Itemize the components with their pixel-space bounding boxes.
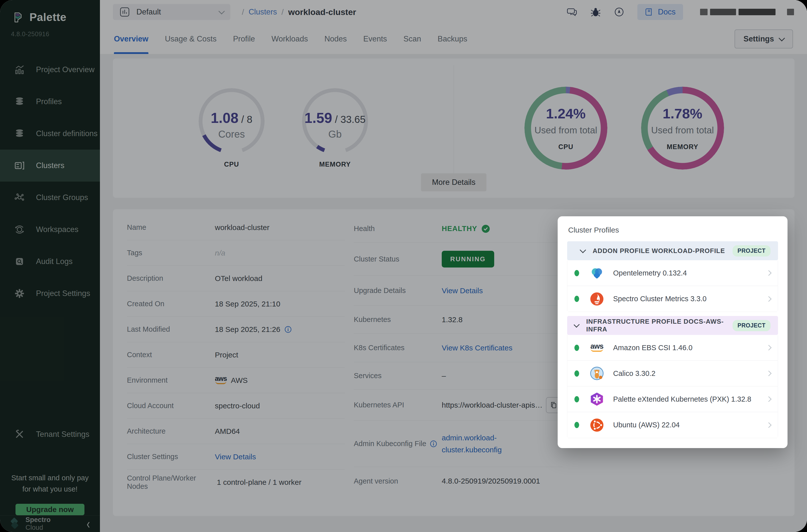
status-dot-icon [575, 396, 579, 402]
popup-title: Cluster Profiles [568, 226, 778, 234]
app-window: Palette 4.8.0-250916 Project Overview Pr… [0, 0, 807, 532]
status-dot-icon [575, 270, 579, 276]
chevron-right-icon [766, 296, 772, 302]
chevron-right-icon [766, 396, 772, 402]
opentelemetry-icon [589, 265, 605, 281]
pxk-icon [589, 392, 605, 407]
status-dot-icon [575, 422, 579, 428]
cluster-profiles-popup: Cluster Profiles ADDON PROFILE WORKLOAD-… [558, 216, 788, 448]
chevron-right-icon [766, 270, 772, 276]
profile-row-pxk[interactable]: Palette eXtended Kubernetes (PXK) 1.32.8 [567, 386, 778, 412]
status-dot-icon [575, 370, 579, 377]
project-badge: PROJECT [733, 245, 771, 256]
chevron-right-icon [766, 345, 772, 351]
calico-icon [589, 366, 605, 381]
chevron-down-icon [580, 247, 586, 253]
profile-row-amazon-ebs-csi[interactable]: aws Amazon EBS CSI 1.46.0 [567, 335, 778, 361]
project-badge: PROJECT [733, 320, 771, 331]
aws-icon: aws [589, 340, 605, 356]
prometheus-icon [589, 291, 605, 307]
addon-profile-rows: Opentelemetry 0.132.4 Spectro Cluster Me… [567, 260, 778, 312]
chevron-down-icon [574, 322, 580, 328]
profile-row-calico[interactable]: Calico 3.30.2 [567, 361, 778, 386]
profile-row-opentelemetry[interactable]: Opentelemetry 0.132.4 [567, 260, 778, 286]
chevron-right-icon [766, 422, 772, 428]
chevron-right-icon [766, 370, 772, 376]
addon-profile-section-header[interactable]: ADDON PROFILE WORKLOAD-PROFILE PROJECT [567, 241, 778, 260]
ubuntu-icon [589, 417, 605, 433]
profile-row-spectro-cluster-metrics[interactable]: Spectro Cluster Metrics 3.3.0 [567, 286, 778, 312]
status-dot-icon [575, 345, 579, 351]
profile-row-ubuntu[interactable]: Ubuntu (AWS) 22.04 [567, 412, 778, 438]
status-dot-icon [575, 296, 579, 302]
infrastructure-profile-rows: aws Amazon EBS CSI 1.46.0 Calico 3.30.2 … [567, 335, 778, 438]
infrastructure-profile-section-header[interactable]: INFRASTRUCTURE PROFILE DOCS-AWS-INFRA PR… [567, 316, 778, 335]
